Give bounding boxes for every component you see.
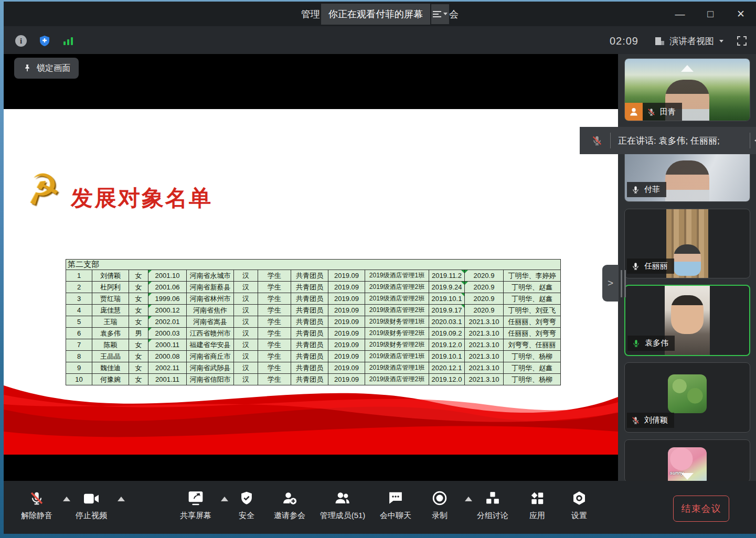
table-cell: 2019.09 [328, 293, 365, 305]
table-cell: 2001.06 [148, 282, 187, 293]
table-cell: 2001.10 [148, 270, 187, 282]
table-cell: 河南省新蔡县 [187, 282, 234, 293]
table-cell: 1999.06 [148, 293, 187, 305]
table-cell: 共青团员 [291, 316, 328, 328]
expand-caret-icon[interactable] [63, 497, 70, 501]
person-add-icon [282, 490, 297, 506]
roster-table-wrap: 第二支部1刘倩颖女2001.10河南省永城市汉学生共青团员2019.092019… [66, 259, 561, 385]
toolbar-breakout-button[interactable]: 分组讨论 [477, 490, 508, 521]
toolbar-record-button[interactable]: 录制 [432, 490, 448, 521]
sidebar-collapse-button[interactable]: > [602, 265, 619, 302]
shield-plus-icon[interactable] [38, 35, 51, 47]
view-switcher[interactable]: 演讲者视图 [654, 35, 723, 47]
table-cell: 学生 [258, 362, 291, 374]
layout-icon [654, 36, 665, 47]
toolbar-apps-button[interactable]: 应用 [529, 490, 545, 521]
table-cell: 2021.3.10 [465, 351, 504, 362]
table-cell: 女 [129, 270, 148, 282]
table-cell: 学生 [258, 293, 291, 305]
toolbar-invite-button[interactable]: 邀请参会 [274, 490, 305, 521]
pin-icon [23, 63, 32, 73]
table-cell: 2019级财务管理1班 [365, 316, 429, 328]
scroll-up-icon[interactable] [681, 65, 694, 72]
table-cell: 汉 [234, 282, 258, 293]
table-cell: 2021.3.10 [465, 362, 504, 374]
expand-caret-icon[interactable] [221, 497, 228, 501]
table-cell: 汉 [234, 362, 258, 374]
mic-active-icon [632, 339, 641, 348]
table-cell: 2 [66, 282, 92, 293]
toolbar-button-label: 管理成员(51) [320, 511, 366, 521]
toolbar-settings-button[interactable]: 设置 [571, 490, 587, 521]
participant-tile-刘倩颖[interactable]: 刘倩颖 [624, 362, 750, 433]
banner-menu-button[interactable] [431, 4, 449, 24]
table-cell: 刘倩颖 [92, 270, 129, 282]
table-cell: 丁明华、李婷婷 [504, 270, 561, 282]
table-row: 7陈颖女2000.11福建省华安县汉学生共青团员2019.092019级财务管理… [66, 339, 561, 351]
table-cell: 2019.09.2 [429, 328, 465, 339]
table-cell: 共青团员 [291, 305, 328, 316]
table-group-header: 第二支部 [66, 260, 561, 270]
record-icon [432, 490, 448, 506]
expand-caret-icon[interactable] [465, 497, 472, 501]
toolbar-stop-video-button[interactable]: 停止视频 [76, 490, 107, 521]
participant-name-bar: 袁多伟 [627, 336, 675, 351]
table-cell: 2020.9 [465, 293, 504, 305]
people-icon [334, 490, 351, 506]
expand-caret-icon[interactable] [118, 497, 125, 501]
table-cell: 福建省华安县 [187, 339, 234, 351]
table-cell: 共青团员 [291, 339, 328, 351]
toolbar-members-button[interactable]: 管理成员(51) [320, 490, 366, 521]
toolbar-button-label: 停止视频 [76, 511, 107, 521]
participant-tile-袁多伟[interactable]: 袁多伟 [624, 285, 750, 356]
desktop: 管理 你正在观看付菲的屏幕 会 — □ ✕ i [0, 0, 756, 538]
table-cell: 共青团员 [291, 351, 328, 362]
party-emblem-icon: ☭ [21, 166, 64, 213]
participant-name: 任丽丽 [644, 261, 668, 271]
toolbar-button-label: 应用 [529, 511, 545, 521]
table-cell: 学生 [258, 316, 291, 328]
table-cell: 学生 [258, 270, 291, 282]
close-button[interactable]: ✕ [726, 2, 756, 26]
participant-name-bar: 田青 [643, 103, 682, 121]
minimize-button[interactable]: — [665, 2, 695, 26]
scroll-down-icon[interactable] [681, 473, 694, 480]
table-cell: 2019级酒店管理1班 [365, 270, 429, 282]
sidebar-drag-handle[interactable] [621, 270, 626, 297]
window-title-right: 会 [449, 8, 459, 20]
participant-tile-田青[interactable]: 田青 [624, 58, 750, 121]
meeting-info-bar: i 02:09 演讲者视图 [4, 26, 756, 56]
table-cell: 2019.09 [328, 282, 365, 293]
chevron-down-icon [719, 40, 723, 42]
toolbar-chat-button[interactable]: 会中聊天 [380, 490, 411, 521]
table-cell: 刘弯弯、任丽丽 [504, 339, 561, 351]
table-cell: 河南省永城市 [187, 270, 234, 282]
end-meeting-button[interactable]: 结束会议 [673, 496, 729, 522]
toolbar-button-label: 录制 [432, 511, 448, 521]
toolbar-security-button[interactable]: 安全 [239, 490, 254, 521]
table-cell: 庞佳慧 [92, 305, 129, 316]
toolbar-unmute-button[interactable]: 解除静音 [21, 490, 52, 521]
table-cell: 汉 [234, 351, 258, 362]
table-row: 9魏佳迪女2002.11河南省武陟县汉学生共青团员2019.092019级酒店管… [66, 362, 561, 374]
table-cell: 江西省赣州市 [187, 328, 234, 339]
participant-tile-任丽丽[interactable]: 任丽丽 [624, 209, 750, 278]
participant-tile-sunny[interactable]: sunny [624, 439, 750, 482]
toolbar-share-screen-button[interactable]: 共享屏幕 [180, 490, 211, 521]
chat-icon [388, 490, 403, 506]
toolbar-button-label: 安全 [239, 511, 254, 521]
speaking-text: 正在讲话: 袁多伟; 任丽丽; [618, 135, 720, 147]
participant-name: 刘倩颖 [644, 415, 668, 425]
table-cell: 共青团员 [291, 282, 328, 293]
table-cell: 2019.09 [328, 316, 365, 328]
table-cell: 2020.9 [465, 282, 504, 293]
mic-muted-icon [29, 490, 45, 506]
fullscreen-icon[interactable] [736, 35, 748, 47]
info-icon[interactable]: i [15, 35, 27, 47]
lock-view-button[interactable]: 锁定画面 [14, 58, 79, 79]
table-row: 8王晶晶女2000.08河南省商丘市汉学生共青团员2019.092019级酒店管… [66, 351, 561, 362]
table-cell: 学生 [258, 328, 291, 339]
host-badge-icon [625, 103, 643, 121]
maximize-button[interactable]: □ [695, 2, 726, 26]
table-cell: 丁明华、赵鑫 [504, 282, 561, 293]
